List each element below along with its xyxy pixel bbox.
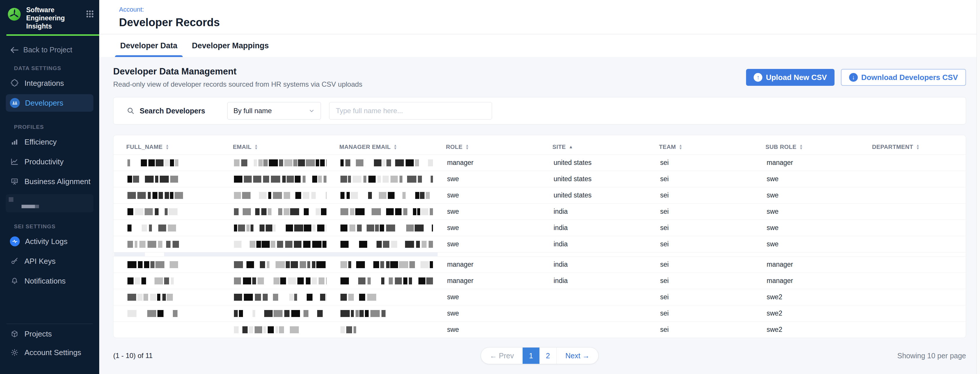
column-header-role[interactable]: ROLE▲▼	[433, 144, 539, 151]
pagination-prev-button[interactable]: ← Prev	[481, 347, 523, 364]
cell-full_name	[113, 277, 220, 284]
cell-manager_email	[326, 176, 433, 183]
upload-csv-button[interactable]: ↑ Upload New CSV	[746, 69, 834, 86]
download-csv-button[interactable]: ↓ Download Developers CSV	[841, 69, 966, 86]
page-header: Account: Developer Records	[99, 0, 980, 34]
pagination-page-2[interactable]: 2	[539, 347, 556, 364]
table-row: sweseiswe2	[113, 322, 966, 338]
table-row: managerunited statesseimanager	[113, 154, 966, 171]
breadcrumb-account[interactable]: Account:	[119, 6, 980, 13]
sidebar-item-account-settings[interactable]: Account Settings	[6, 344, 94, 361]
sidebar-item-label: Notifications	[24, 277, 66, 285]
redacted-text	[340, 310, 433, 317]
cell-sub_role: manager	[753, 159, 859, 166]
section-profiles: PROFILES	[0, 113, 99, 132]
cell-team: sei	[646, 224, 753, 232]
sort-icon: ▲▼	[466, 144, 469, 150]
sidebar-item-projects[interactable]: Projects	[6, 325, 94, 342]
sidebar-item-notifications[interactable]: Notifications	[6, 272, 94, 290]
search-icon	[126, 106, 135, 115]
redacted-text	[127, 310, 220, 317]
sidebar-item-activity-logs[interactable]: Activity Logs	[6, 233, 94, 250]
cell-manager_email	[326, 294, 433, 301]
redacted-text	[234, 294, 326, 301]
cell-full_name	[113, 208, 220, 215]
back-to-project-link[interactable]: Back to Project	[0, 36, 99, 54]
app-grid-icon[interactable]	[86, 10, 94, 18]
column-header-email[interactable]: EMAIL▲▼	[220, 144, 326, 151]
cell-sub_role: swe2	[753, 326, 859, 334]
table-row: sweunited statesseiswe	[113, 171, 966, 187]
search-filter-select[interactable]: By full name	[227, 102, 321, 119]
cell-email	[220, 277, 326, 284]
table-row: managerindiaseimanager	[113, 256, 966, 273]
tab-developer-mappings[interactable]: Developer Mappings	[187, 34, 274, 57]
sidebar-item-label: Integrations	[24, 79, 64, 88]
cell-full_name	[113, 310, 220, 317]
cell-role: swe	[433, 240, 539, 248]
column-label: SUB ROLE	[765, 144, 797, 151]
sidebar-item-business-alignment[interactable]: Business Alignment	[6, 173, 94, 190]
section-sei-settings: SEI SETTINGS	[0, 212, 99, 231]
redacted-text	[127, 176, 220, 183]
cell-site: united states	[540, 175, 646, 183]
column-header-site[interactable]: SITE▲	[540, 144, 646, 151]
cell-team: sei	[646, 240, 753, 248]
management-header: Developer Data Management Read-only view…	[113, 66, 966, 89]
sidebar-item-api-keys[interactable]: API Keys	[6, 252, 94, 270]
upload-csv-label: Upload New CSV	[766, 73, 827, 82]
back-to-project-label: Back to Project	[23, 46, 72, 54]
cell-email	[220, 261, 326, 268]
pagination-next-button[interactable]: Next →	[556, 347, 598, 364]
cell-full_name	[113, 192, 220, 199]
sidebar-item-integrations[interactable]: Integrations	[6, 74, 94, 92]
search-input[interactable]	[329, 102, 492, 119]
cell-role: swe	[433, 208, 539, 216]
redacted-text	[340, 241, 433, 248]
column-header-sub_role[interactable]: SUB ROLE▲▼	[753, 144, 859, 151]
sidebar-item-label: Developers	[25, 98, 64, 108]
cell-role: manager	[433, 261, 539, 268]
column-header-manager_email[interactable]: MANAGER EMAIL▲▼	[326, 144, 433, 151]
column-header-team[interactable]: TEAM▲▼	[646, 144, 753, 151]
cell-role: swe	[433, 309, 539, 317]
redacted-text	[340, 176, 433, 183]
column-label: MANAGER EMAIL	[339, 144, 390, 151]
sidebar-item-productivity[interactable]: Productivity	[6, 153, 94, 170]
developers-icon	[10, 98, 20, 108]
cell-manager_email	[326, 261, 433, 268]
cell-manager_email	[326, 225, 433, 231]
cell-team: sei	[646, 208, 753, 216]
column-label: DEPARTMENT	[872, 144, 913, 151]
page-scrollbar[interactable]	[977, 0, 980, 374]
table-row: sweindiaseiswe	[113, 203, 966, 220]
cell-full_name	[113, 261, 220, 268]
redacted-text	[234, 261, 326, 268]
sidebar-item-developers[interactable]: Developers	[6, 94, 94, 112]
redacted-text	[234, 208, 326, 215]
sort-icon: ▲▼	[799, 144, 803, 150]
tab-developer-data[interactable]: Developer Data	[115, 34, 183, 57]
redacted-text	[127, 241, 220, 248]
column-header-full_name[interactable]: FULL_NAME▲▼	[113, 144, 220, 151]
upload-icon: ↑	[754, 73, 762, 82]
redacted-text	[127, 294, 220, 301]
cell-email	[220, 192, 326, 199]
cell-manager_email	[326, 241, 433, 248]
column-label: TEAM	[659, 144, 676, 151]
sidebar-item-efficiency[interactable]: Efficiency	[6, 133, 94, 151]
redacted-text	[340, 294, 433, 301]
cell-team: sei	[646, 309, 753, 317]
tab-bar: Developer Data Developer Mappings	[99, 34, 980, 57]
sidebar: Software Engineering Insights Back to Pr…	[0, 0, 99, 374]
sort-icon: ▲▼	[916, 144, 920, 150]
arrow-left-icon	[10, 46, 19, 54]
redacted-text	[234, 277, 326, 284]
sidebar-item-label: API Keys	[24, 257, 56, 266]
column-header-department[interactable]: DEPARTMENT▲▼	[859, 144, 966, 151]
sort-icon: ▲▼	[254, 144, 258, 150]
per-page-indicator: Showing 10 per page	[844, 352, 966, 360]
chevron-down-icon	[309, 108, 315, 114]
pagination-page-1[interactable]: 1	[523, 347, 539, 364]
cell-email	[220, 310, 326, 317]
